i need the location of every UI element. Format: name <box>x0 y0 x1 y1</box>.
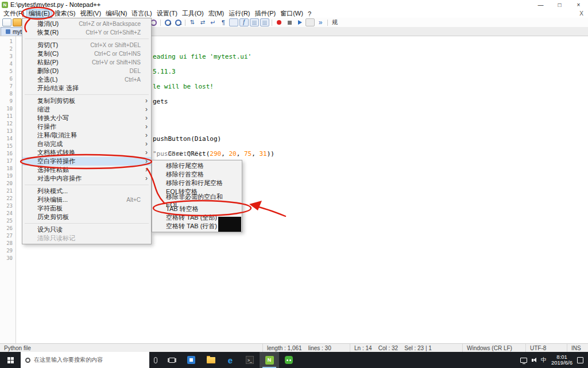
close-button[interactable]: × <box>569 0 588 9</box>
zoom-in-icon[interactable] <box>163 18 172 26</box>
code-text: )) <box>267 150 274 158</box>
toolbar-separator <box>272 20 272 26</box>
menu-item-select-all[interactable]: 全选(L)Ctrl+A <box>22 75 151 84</box>
zoom-out-icon[interactable] <box>173 18 183 26</box>
console-button[interactable]: >_ <box>240 352 260 368</box>
menu-item-indent[interactable]: 缩进 <box>22 105 151 114</box>
play-macro-icon[interactable] <box>295 18 304 26</box>
menu-item-label: 自动完成 <box>37 140 63 148</box>
menu-macro[interactable]: 宏(M) <box>206 9 227 18</box>
volume-icon[interactable] <box>532 358 536 362</box>
menu-search[interactable]: 搜索(S) <box>52 9 78 18</box>
menu-language[interactable]: 语言(L) <box>129 9 154 18</box>
document-map-icon[interactable] <box>250 18 259 26</box>
task-view-button[interactable] <box>162 352 181 368</box>
menu-run[interactable]: 运行(R) <box>226 9 252 18</box>
menu-separator <box>25 185 149 185</box>
run-macro-multiple-icon[interactable] <box>316 18 325 26</box>
indent-guide-icon[interactable] <box>229 18 238 26</box>
menu-item-comment[interactable]: 注释/取消注释 <box>22 131 151 140</box>
sync-vertical-scroll-icon[interactable] <box>188 18 197 26</box>
menu-item-cut[interactable]: 剪切(T)Ctrl+X or Shift+DEL <box>22 41 151 49</box>
wechat-button[interactable] <box>279 352 299 368</box>
menu-help[interactable]: ? <box>305 9 314 18</box>
document-list-icon[interactable] <box>260 18 269 26</box>
menu-view[interactable]: 视图(V) <box>78 9 103 18</box>
taskbar-clock[interactable]: 8:01 2019/6/6 <box>551 354 572 366</box>
code-text: , <box>252 150 259 158</box>
menu-settings[interactable]: 设置(T) <box>154 9 180 18</box>
edge-button[interactable]: e <box>220 352 240 368</box>
menu-item-paste-special[interactable]: 选择性粘贴 <box>22 166 151 174</box>
menu-item-shortcut: Ctrl+Y or Ctrl+Shift+Z <box>76 29 141 36</box>
open-file-icon[interactable] <box>13 18 22 26</box>
new-file-icon[interactable] <box>2 18 11 26</box>
menu-edit[interactable]: 编辑(E) <box>26 9 52 18</box>
line-number: 11 <box>0 113 16 120</box>
menu-item-undo[interactable]: 撤消(U)Ctrl+Z or Alt+Backspace <box>22 20 151 28</box>
word-wrap-icon[interactable] <box>208 18 218 26</box>
line-number: 26 <box>0 225 16 232</box>
record-macro-icon[interactable] <box>274 18 284 26</box>
sync-horizontal-scroll-icon[interactable] <box>198 18 207 26</box>
stop-macro-icon[interactable] <box>285 18 294 26</box>
menu-item-delete[interactable]: 删除(D)DEL <box>22 67 151 75</box>
number-literal: 20 <box>229 150 236 158</box>
document-close-icon[interactable]: X <box>575 10 588 17</box>
submenu-item-trim-leading-trailing-space[interactable]: 移除行首和行尾空格 <box>152 179 242 187</box>
menu-item-copy[interactable]: 复制(C)Ctrl+C or Ctrl+INS <box>22 49 151 58</box>
menu-item-shortcut: Ctrl+X or Shift+DEL <box>81 42 141 48</box>
menu-item-line-operations[interactable]: 行操作 <box>22 122 151 131</box>
menu-item-clear-read-only[interactable]: 清除只读标记 <box>22 234 151 243</box>
menu-item-label: 空白字符操作 <box>37 157 75 166</box>
action-center-icon[interactable] <box>577 357 583 363</box>
start-button[interactable] <box>0 352 21 368</box>
maximize-button[interactable]: □ <box>550 0 569 9</box>
status-bar: Python file length : 1,061 lines : 30 Ln… <box>0 343 588 352</box>
menu-encoding[interactable]: 编码(N) <box>103 9 129 18</box>
menu-item-auto-completion[interactable]: 自动完成 <box>22 140 151 148</box>
menu-item-eol-conversion[interactable]: 文档格式转换 <box>22 148 151 157</box>
function-list-icon[interactable] <box>239 18 249 26</box>
menu-item-begin-end-select[interactable]: 开始/结束 选择 <box>22 84 151 93</box>
submenu-item-trim-leading-space[interactable]: 移除行首空格 <box>152 170 242 179</box>
submenu-item-trim-trailing-space[interactable]: 移除行尾空格 <box>152 162 242 170</box>
menu-item-label: 剪切(T) <box>37 41 58 49</box>
plugin-icon[interactable] <box>330 18 339 26</box>
menu-item-column-editor[interactable]: 列块编辑...Alt+C <box>22 195 151 204</box>
menu-item-redo[interactable]: 恢复(R)Ctrl+Y or Ctrl+Shift+Z <box>22 28 151 37</box>
menu-window[interactable]: 窗口(W) <box>278 9 305 18</box>
menu-item-set-read-only[interactable]: 设为只读 <box>22 225 151 234</box>
menu-separator <box>25 39 149 39</box>
menu-item-on-selection[interactable]: 对选中内容操作 <box>22 174 151 183</box>
line-number: 14 <box>0 135 16 143</box>
menu-item-blank-operations[interactable]: 空白字符操作 <box>22 157 151 166</box>
app-button-blue[interactable] <box>181 352 201 368</box>
menu-item-paste[interactable]: 粘贴(P)Ctrl+V or Shift+INS <box>22 58 151 67</box>
menu-tools[interactable]: 工具(O) <box>180 9 206 18</box>
taskbar-search-input[interactable]: 在这里输入你要搜索的内容 <box>21 352 149 368</box>
line-number: 13 <box>0 128 16 135</box>
network-icon[interactable] <box>520 358 527 363</box>
number-literal: 31 <box>259 150 266 158</box>
menu-separator <box>25 94 149 95</box>
menu-file[interactable]: 文件(F) <box>1 9 26 18</box>
toolbar-separator <box>160 20 161 26</box>
file-explorer-button[interactable] <box>201 352 220 368</box>
line-number: 24 <box>0 210 16 217</box>
show-all-chars-icon[interactable] <box>219 18 228 26</box>
menu-item-column-mode[interactable]: 列块模式... <box>22 187 151 195</box>
menu-item-label: 列块模式... <box>37 187 68 195</box>
menu-plugins[interactable]: 插件(P) <box>253 9 278 18</box>
menu-item-convert-case[interactable]: 转换大小写 <box>22 114 151 122</box>
save-macro-icon[interactable] <box>305 18 315 26</box>
ime-indicator[interactable]: 中 <box>541 356 547 364</box>
pen-button[interactable] <box>149 352 162 368</box>
menu-item-clipboard-history[interactable]: 历史剪切板 <box>22 213 151 221</box>
menu-item-copy-to-clipboard[interactable]: 复制到剪切板 <box>22 97 151 105</box>
minimize-button[interactable]: — <box>531 0 550 9</box>
menu-item-label: 历史剪切板 <box>37 213 69 221</box>
menu-item-character-panel[interactable]: 字符面板 <box>22 204 151 213</box>
notepadpp-taskbar-button[interactable]: N <box>260 352 279 368</box>
submenu-item-remove-unnecessary-blank-eol[interactable]: 移除非必需的空白和 EOL <box>152 196 242 205</box>
